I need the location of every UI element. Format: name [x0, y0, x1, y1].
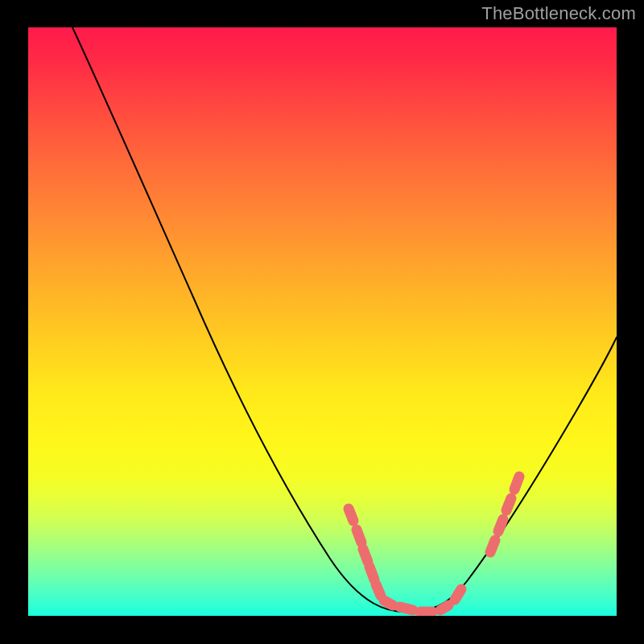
seg	[440, 605, 448, 610]
seg	[455, 589, 461, 600]
seg	[363, 549, 368, 562]
seg	[498, 519, 503, 531]
seg	[349, 509, 353, 521]
seg	[490, 540, 495, 552]
curve-right	[405, 337, 617, 612]
seg	[514, 477, 519, 489]
seg	[506, 498, 511, 510]
curve-svg	[28, 27, 617, 616]
seg	[400, 607, 413, 610]
plot-area	[28, 27, 617, 616]
highlight-segments	[349, 477, 519, 612]
seg	[384, 601, 393, 605]
watermark-text: TheBottleneck.com	[481, 3, 636, 24]
seg	[369, 567, 374, 580]
seg	[357, 530, 361, 543]
seg	[376, 584, 381, 596]
chart-frame: TheBottleneck.com	[0, 0, 644, 644]
